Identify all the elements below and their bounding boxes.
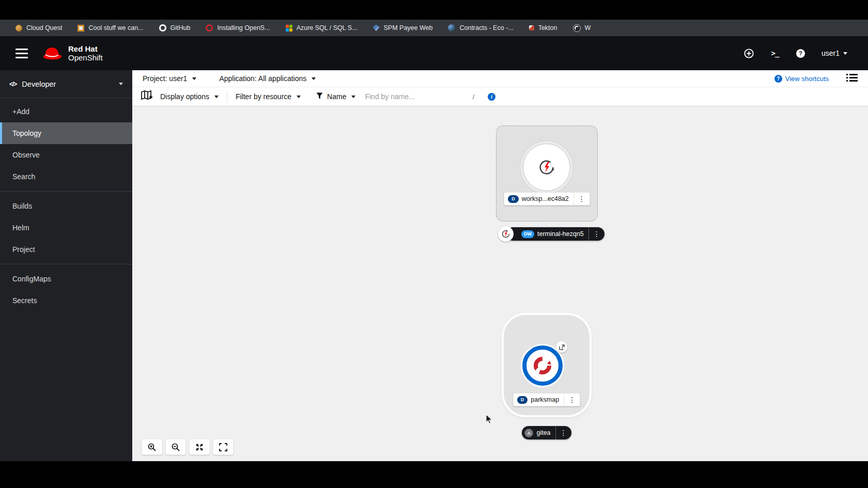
application-selector[interactable]: Application: All applications	[219, 74, 316, 83]
terminal-node-name: terminal-hezqn5	[537, 230, 584, 238]
slash-shortcut-hint: /	[472, 93, 474, 101]
browser-bookmarks-bar: Cloud Quest Cool stuff we can... GitHub …	[0, 20, 868, 36]
sidebar-item-search[interactable]: Search	[0, 166, 132, 187]
kebab-menu-icon[interactable]: ⋮	[588, 227, 605, 241]
perspective-label: Developer	[22, 80, 56, 88]
username: user1	[822, 49, 840, 57]
user-menu[interactable]: user1	[822, 49, 847, 57]
view-shortcuts-label: View shortcuts	[785, 75, 829, 83]
sidebar-divider	[0, 264, 132, 264]
sidebar-item-add[interactable]: +Add	[0, 101, 132, 122]
redhat-openshift-logo[interactable]: Red Hat OpenShift	[41, 44, 103, 62]
application-selector-label: Application: All applications	[219, 74, 306, 83]
bookmark-label: Contracts - Eco -...	[459, 24, 513, 32]
display-options-dropdown[interactable]: Display options	[160, 92, 219, 101]
bookmark-tekton[interactable]: Tekton	[529, 24, 557, 32]
sidebar-item-project[interactable]: Project	[0, 239, 132, 260]
bookmark-label: GitHub	[171, 24, 191, 32]
bookmark-label: Installing OpenS...	[217, 24, 270, 32]
bookmark-w[interactable]: W	[573, 24, 591, 32]
redhat-fedora-icon	[41, 45, 63, 61]
tekton-icon	[529, 25, 534, 30]
filter-by-resource-dropdown[interactable]: Filter by resource	[236, 92, 301, 101]
brand-line2: OpenShift	[68, 53, 103, 62]
info-icon[interactable]: i	[488, 93, 495, 101]
sidebar-item-secrets[interactable]: Secrets	[0, 290, 132, 311]
export-application-map-icon[interactable]	[141, 90, 153, 103]
sidebar-item-configmaps[interactable]: ConfigMaps	[0, 268, 132, 290]
bookmark-label: Tekton	[538, 24, 557, 32]
code-icon: </>	[9, 81, 17, 88]
openshift-favicon-icon	[206, 24, 213, 32]
masthead: Red Hat OpenShift >_ ? user1	[0, 36, 868, 70]
fit-to-screen-button[interactable]	[189, 439, 210, 455]
chevron-down-icon	[192, 77, 196, 80]
perspective-switcher[interactable]: </> Developer	[0, 70, 132, 98]
chevron-down-icon	[297, 96, 301, 98]
bookmark-label: Azure SQL / SQL S...	[297, 24, 358, 32]
svg-text:?: ?	[799, 50, 802, 56]
question-circle-icon: ?	[774, 75, 782, 83]
workspace-node-label[interactable]: D worksp...ec48a2 ⋮	[504, 192, 590, 206]
spm-icon	[373, 25, 380, 32]
workspace-node[interactable]	[523, 144, 570, 191]
bookmark-installing-openshift[interactable]: Installing OpenS...	[206, 24, 270, 32]
list-view-toggle-icon[interactable]	[846, 73, 858, 84]
chevron-down-icon	[843, 52, 847, 55]
reset-view-button[interactable]	[213, 439, 234, 455]
toolbar-divider	[227, 91, 227, 102]
context-bar: Project: user1 Application: All applicat…	[132, 70, 868, 87]
zoom-out-button[interactable]	[165, 439, 186, 455]
name-filter-dropdown[interactable]: Name	[327, 92, 355, 101]
workspace-node-name: worksp...ec48a2	[522, 195, 569, 202]
nav-toggle-hamburger-icon[interactable]	[16, 49, 28, 58]
kebab-menu-icon[interactable]: ⋮	[574, 193, 590, 205]
devworkspace-icon	[501, 229, 511, 239]
project-selector[interactable]: Project: user1	[143, 74, 196, 83]
sidebar: </> Developer +Add Topology Observe Sear…	[0, 70, 132, 461]
openshift-logo-icon	[532, 355, 553, 376]
help-icon[interactable]: ?	[796, 48, 806, 58]
gitea-application-label[interactable]: A gitea ⋮	[522, 426, 571, 439]
devworkspace-icon	[537, 158, 556, 177]
terminal-node-label[interactable]: DW terminal-hezqn5 ⋮	[506, 227, 605, 241]
screen: Cloud Quest Cool stuff we can... GitHub …	[0, 0, 868, 488]
topology-controls	[142, 439, 234, 455]
kebab-menu-icon[interactable]: ⋮	[564, 393, 580, 406]
chevron-down-icon	[312, 77, 316, 80]
zoom-in-button[interactable]	[142, 439, 162, 455]
view-shortcuts-link[interactable]: ? View shortcuts	[774, 75, 829, 83]
topology-canvas[interactable]: D worksp...ec48a2 ⋮ DW terminal-hezqn5 ⋮	[132, 106, 868, 461]
brand-text: Red Hat OpenShift	[68, 44, 103, 62]
import-plus-circle-icon[interactable]	[744, 48, 754, 58]
bookmark-contracts[interactable]: Contracts - Eco -...	[448, 24, 513, 32]
find-by-name-input[interactable]	[365, 92, 442, 101]
sidebar-item-topology[interactable]: Topology	[0, 122, 132, 144]
mouse-cursor	[486, 414, 493, 427]
chevron-down-icon	[351, 96, 355, 98]
kebab-menu-icon[interactable]: ⋮	[555, 426, 571, 439]
parksmap-node-name: parksmap	[531, 396, 559, 403]
web-terminal-icon[interactable]: >_	[770, 48, 780, 58]
bookmark-label: W	[585, 24, 591, 32]
chevron-down-icon	[119, 83, 123, 85]
sidebar-item-observe[interactable]: Observe	[0, 144, 132, 166]
bookmark-label: SPM Payee Web	[384, 24, 433, 32]
name-filter-label: Name	[327, 92, 346, 101]
bookmark-spm-payee[interactable]: SPM Payee Web	[373, 24, 433, 32]
cloud-quest-icon	[16, 25, 22, 32]
bookmark-cool-stuff[interactable]: Cool stuff we can...	[78, 24, 143, 32]
parksmap-node-label[interactable]: D parksmap ⋮	[513, 393, 580, 406]
brand-line1: Red Hat	[68, 44, 103, 53]
bookmark-azure-sql[interactable]: Azure SQL / SQL S...	[286, 24, 358, 32]
terminal-node[interactable]	[498, 226, 514, 242]
window-icon	[78, 25, 84, 32]
topology-toolbar: Display options Filter by resource Name	[132, 87, 868, 106]
deployment-badge: D	[508, 195, 519, 203]
bookmark-cloud-quest[interactable]: Cloud Quest	[16, 24, 62, 32]
sidebar-item-builds[interactable]: Builds	[0, 195, 132, 217]
parksmap-node[interactable]	[522, 345, 563, 386]
bookmark-github[interactable]: GitHub	[159, 24, 191, 32]
open-url-external-link-icon[interactable]	[556, 341, 567, 353]
sidebar-item-helm[interactable]: Helm	[0, 217, 132, 239]
